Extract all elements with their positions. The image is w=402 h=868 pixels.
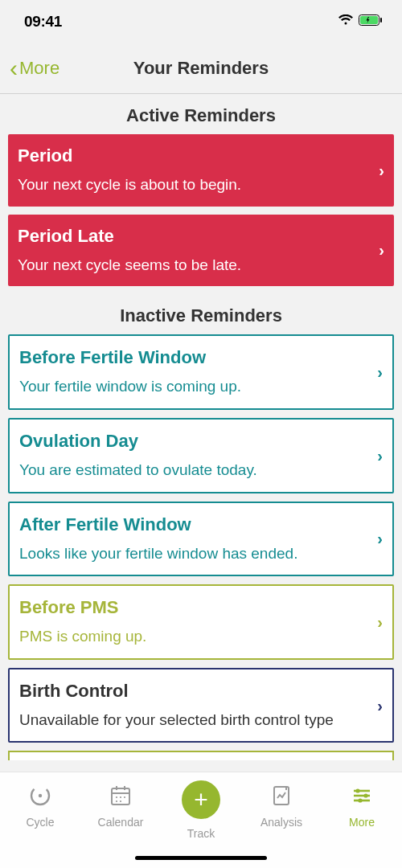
reminder-subtitle: Looks like your fertile window has ended… bbox=[19, 543, 363, 564]
status-time: 09:41 bbox=[24, 13, 62, 31]
reminder-title: Period bbox=[18, 145, 365, 166]
battery-icon bbox=[359, 14, 383, 29]
inactive-reminders-list: Before Fertile Window Your fertile windo… bbox=[0, 334, 402, 760]
svg-point-19 bbox=[363, 793, 367, 797]
tab-label: Analysis bbox=[260, 816, 302, 829]
reminder-subtitle: Your next cycle is about to begin. bbox=[18, 174, 365, 195]
reminder-card-period-late[interactable]: Period Late Your next cycle seems to be … bbox=[8, 215, 394, 287]
wifi-icon bbox=[338, 14, 354, 29]
svg-point-20 bbox=[358, 798, 362, 802]
svg-point-9 bbox=[116, 796, 117, 798]
analysis-icon bbox=[269, 784, 293, 808]
svg-point-11 bbox=[124, 796, 125, 798]
svg-point-10 bbox=[120, 796, 121, 798]
page-title: Your Reminders bbox=[133, 58, 269, 79]
tab-label: Cycle bbox=[26, 816, 54, 829]
chevron-right-icon: › bbox=[377, 696, 383, 714]
status-bar: 09:41 bbox=[0, 0, 402, 43]
tab-label: Calendar bbox=[98, 816, 144, 829]
reminder-title: After Fertile Window bbox=[19, 514, 363, 535]
status-icons bbox=[338, 14, 383, 29]
tab-calendar[interactable]: Calendar bbox=[90, 784, 151, 829]
svg-point-13 bbox=[120, 800, 121, 802]
reminder-subtitle: PMS is coming up. bbox=[19, 626, 363, 647]
reminder-subtitle: You are estimated to ovulate today. bbox=[19, 460, 363, 481]
svg-point-4 bbox=[39, 794, 42, 797]
reminder-subtitle: Your next cycle seems to be late. bbox=[18, 255, 365, 276]
nav-bar: ‹ More Your Reminders bbox=[0, 43, 402, 94]
tab-label: Track bbox=[187, 827, 215, 840]
reminder-title: Period Late bbox=[18, 226, 365, 247]
tab-bar: Cycle Calendar + Track Analysis More bbox=[0, 772, 402, 868]
chevron-right-icon: › bbox=[379, 241, 384, 260]
calendar-icon bbox=[109, 784, 133, 808]
chevron-left-icon: ‹ bbox=[10, 56, 18, 80]
reminder-title: Before Fertile Window bbox=[19, 347, 363, 368]
home-indicator bbox=[135, 856, 267, 860]
reminder-title: Birth Control bbox=[19, 681, 363, 702]
chevron-right-icon: › bbox=[377, 613, 383, 632]
chevron-right-icon: › bbox=[377, 446, 383, 465]
chevron-right-icon: › bbox=[377, 363, 383, 382]
reminder-card-period[interactable]: Period Your next cycle is about to begin… bbox=[8, 134, 394, 207]
section-header-active: Active Reminders bbox=[0, 94, 402, 134]
svg-point-18 bbox=[355, 788, 359, 792]
svg-point-12 bbox=[116, 800, 117, 802]
back-label: More bbox=[19, 58, 59, 79]
sliders-icon bbox=[350, 784, 374, 808]
active-reminders-list: Period Your next cycle is about to begin… bbox=[0, 134, 402, 286]
svg-rect-2 bbox=[380, 18, 382, 23]
reminder-title: Before PMS bbox=[19, 597, 363, 618]
cycle-icon bbox=[28, 784, 52, 808]
reminder-card-birth-control[interactable]: Birth Control Unavailable for your selec… bbox=[8, 668, 394, 743]
reminder-subtitle: Unavailable for your selected birth cont… bbox=[19, 710, 363, 731]
tab-more[interactable]: More bbox=[331, 784, 392, 829]
chevron-right-icon: › bbox=[377, 530, 383, 548]
tab-label: More bbox=[349, 816, 375, 829]
reminder-card-partial bbox=[8, 751, 394, 760]
reminder-card-before-fertile[interactable]: Before Fertile Window Your fertile windo… bbox=[8, 334, 394, 410]
plus-icon: + bbox=[182, 780, 220, 819]
reminder-subtitle: Your fertile window is coming up. bbox=[19, 376, 363, 397]
tab-cycle[interactable]: Cycle bbox=[10, 784, 71, 829]
svg-rect-1 bbox=[360, 16, 378, 24]
tab-analysis[interactable]: Analysis bbox=[251, 784, 312, 829]
reminder-card-before-pms[interactable]: Before PMS PMS is coming up. › bbox=[8, 584, 394, 660]
reminder-card-after-fertile[interactable]: After Fertile Window Looks like your fer… bbox=[8, 502, 394, 577]
reminder-card-ovulation[interactable]: Ovulation Day You are estimated to ovula… bbox=[8, 418, 394, 493]
tab-track[interactable]: + Track bbox=[170, 784, 232, 840]
section-header-inactive: Inactive Reminders bbox=[0, 294, 402, 334]
reminder-title: Ovulation Day bbox=[19, 431, 363, 452]
back-button[interactable]: ‹ More bbox=[10, 56, 59, 80]
chevron-right-icon: › bbox=[379, 161, 384, 179]
